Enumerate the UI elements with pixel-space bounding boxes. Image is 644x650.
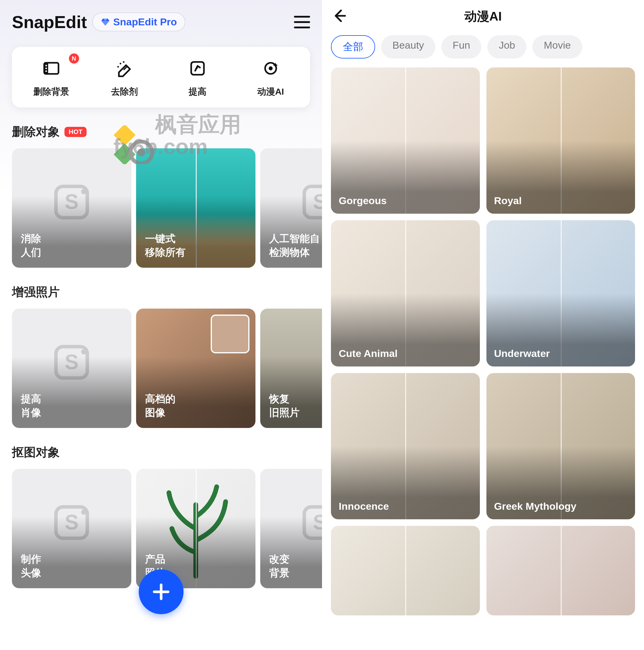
card-label: 高档的图像 [145, 392, 176, 420]
styles-grid: Gorgeous Royal Cute Animal Underwater In… [322, 65, 644, 615]
category-chips: 全部 Beauty Fun Job Movie [322, 33, 644, 65]
tool-remove-bg[interactable]: N 删除背景 [15, 57, 88, 98]
svg-point-25 [81, 509, 86, 515]
card-restore-old[interactable]: 恢复旧照片 [260, 309, 322, 428]
chip-beauty[interactable]: Beauty [381, 35, 435, 59]
style-greek-mythology[interactable]: Greek Mythology [487, 373, 635, 519]
tool-label: 去除剂 [111, 86, 138, 98]
anime-header: 动漫AI [322, 0, 644, 33]
back-button[interactable] [331, 8, 347, 25]
svg-point-7 [117, 66, 119, 67]
style-extra-1[interactable] [331, 526, 480, 615]
chip-job[interactable]: Job [487, 35, 527, 59]
pro-label: SnapEdit Pro [113, 16, 177, 28]
enhance-icon [186, 57, 210, 80]
svg-point-17 [81, 189, 86, 194]
hot-badge: HOT [65, 127, 86, 137]
card-one-click-remove[interactable]: 一键式移除所有 [136, 148, 255, 268]
page-title: 动漫AI [464, 8, 502, 25]
tool-eraser[interactable]: 去除剂 [88, 57, 161, 98]
tool-label: 动漫AI [257, 86, 284, 98]
tools-card: N 删除背景 去除剂 提高 动漫AI [12, 47, 310, 107]
watermark-logo-icon [113, 125, 155, 164]
style-label: Underwater [494, 348, 550, 359]
arrow-left-icon [331, 8, 347, 24]
card-make-avatar[interactable]: S 制作头像 [12, 469, 131, 588]
svg-point-22 [81, 349, 86, 355]
tool-label: 删除背景 [33, 86, 69, 98]
chip-fun[interactable]: Fun [441, 35, 482, 59]
section-remove-objects: 删除对象 HOT S 消除人们 一键式移除所有 S 人工智能自检测物体 [0, 123, 322, 268]
card-erase-people[interactable]: S 消除人们 [12, 148, 131, 268]
style-label: Royal [494, 195, 522, 207]
style-label: Cute Animal [339, 348, 397, 359]
app-title: SnapEdit [12, 12, 87, 32]
tool-anime-ai[interactable]: 动漫AI [234, 57, 307, 98]
menu-button[interactable] [294, 16, 310, 28]
chip-movie[interactable]: Movie [532, 35, 582, 59]
section-title: 抠图对象 [12, 444, 60, 461]
card-label: 人工智能自检测物体 [269, 232, 320, 259]
svg-point-10 [269, 66, 273, 70]
style-royal[interactable]: Royal [487, 67, 635, 214]
svg-point-5 [120, 63, 121, 64]
card-label: 恢复旧照片 [269, 392, 299, 420]
svg-rect-11 [114, 125, 136, 146]
new-badge: N [69, 53, 79, 64]
style-gorgeous[interactable]: Gorgeous [331, 67, 480, 214]
anime-ai-screen: 动漫AI 全部 Beauty Fun Job Movie Gorgeous Ro… [322, 0, 644, 650]
card-label: 改变背景 [269, 552, 289, 580]
style-cute-animal[interactable]: Cute Animal [331, 220, 480, 366]
style-underwater[interactable]: Underwater [487, 220, 635, 366]
style-innocence[interactable]: Innocence [331, 373, 480, 519]
svg-point-4 [45, 70, 47, 72]
plus-icon [151, 581, 172, 602]
tool-enhance[interactable]: 提高 [161, 57, 234, 98]
snapedit-home-screen: SnapEdit SnapEdit Pro N 删除背景 去除剂 提高 [0, 0, 322, 650]
svg-point-3 [45, 67, 47, 69]
section-title: 删除对象 [12, 123, 60, 140]
tool-label: 提高 [189, 86, 207, 98]
card-enhance-portrait[interactable]: S 提高肖像 [12, 309, 131, 428]
card-upscale-image[interactable]: 高档的图像 [136, 309, 255, 428]
chip-all[interactable]: 全部 [331, 35, 375, 59]
gem-icon [101, 17, 110, 27]
fab-add-button[interactable] [139, 569, 183, 614]
svg-point-14 [137, 149, 145, 156]
style-label: Gorgeous [339, 195, 387, 207]
pro-badge[interactable]: SnapEdit Pro [92, 12, 185, 31]
style-extra-2[interactable] [487, 526, 635, 615]
section-enhance-photos: 增强照片 S 提高肖像 高档的图像 恢复旧照片 [0, 284, 322, 428]
home-header: SnapEdit SnapEdit Pro [0, 0, 322, 41]
remove-bg-icon [39, 57, 63, 80]
svg-point-6 [123, 61, 124, 63]
card-change-bg[interactable]: S 改变背景 [260, 469, 322, 588]
card-label: 消除人们 [21, 232, 41, 259]
anime-ai-icon [259, 57, 283, 80]
section-title: 增强照片 [12, 284, 60, 300]
card-ai-detect[interactable]: S 人工智能自检测物体 [260, 148, 322, 268]
style-label: Greek Mythology [494, 501, 577, 512]
section-cutout: 抠图对象 S 制作头像 产品照片 S 改变背景 [0, 444, 322, 588]
card-label: 提高肖像 [21, 392, 41, 420]
eraser-icon [112, 57, 136, 80]
svg-point-2 [45, 65, 47, 66]
card-label: 制作头像 [21, 552, 41, 580]
card-label: 一键式移除所有 [145, 232, 186, 259]
style-label: Innocence [339, 501, 389, 512]
